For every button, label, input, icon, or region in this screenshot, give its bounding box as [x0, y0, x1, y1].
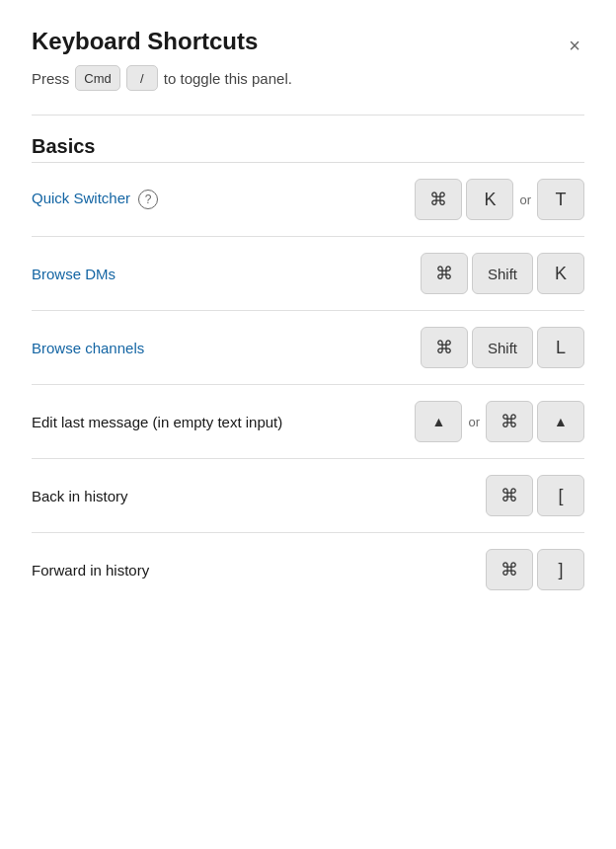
shortcut-label-back-history: Back in history [32, 488, 486, 504]
shortcut-label-browse-dms[interactable]: Browse DMs [32, 266, 421, 282]
up-key-edit-last-1: ▲ [415, 401, 462, 442]
cmd-key-quick-switcher: ⌘ [415, 179, 462, 220]
shortcut-row-forward-history: Forward in history ⌘ ] [32, 533, 584, 606]
section-title-basics: Basics [32, 135, 584, 158]
basics-section: Basics Quick Switcher ? ⌘ K or T Browse … [32, 135, 584, 606]
l-key-browse-channels: L [537, 327, 584, 368]
shortcut-label-edit-last: Edit last message (in empty text input) [32, 414, 415, 430]
shortcut-label-quick-switcher[interactable]: Quick Switcher ? [32, 190, 415, 209]
shift-key-browse-channels: Shift [472, 327, 533, 368]
cmd-key-badge: Cmd [75, 65, 119, 91]
close-button[interactable]: × [565, 32, 584, 59]
t-key-quick-switcher: T [537, 179, 584, 220]
shortcut-row-back-history: Back in history ⌘ [ [32, 459, 584, 533]
k-key-browse-dms: K [537, 253, 584, 294]
toggle-hint: Press Cmd / to toggle this panel. [32, 65, 584, 91]
k-key-quick-switcher: K [466, 179, 513, 220]
shortcut-row-quick-switcher: Quick Switcher ? ⌘ K or T [32, 163, 584, 237]
or-text-quick-switcher: or [517, 193, 533, 207]
shortcut-keys-edit-last: ▲ or ⌘ ▲ [415, 401, 584, 442]
cmd-key-edit-last: ⌘ [486, 401, 533, 442]
slash-key-badge: / [126, 65, 158, 91]
cmd-key-browse-dms: ⌘ [421, 253, 468, 294]
shortcut-keys-quick-switcher: ⌘ K or T [415, 179, 584, 220]
press-label: Press [32, 70, 69, 87]
header-divider [32, 115, 584, 116]
shortcut-row-edit-last: Edit last message (in empty text input) … [32, 385, 584, 459]
panel-header: Keyboard Shortcuts × [32, 28, 584, 59]
shift-key-browse-dms: Shift [472, 253, 533, 294]
bracket-key-forward-history: ] [537, 549, 584, 590]
cmd-key-browse-channels: ⌘ [421, 327, 468, 368]
panel-title: Keyboard Shortcuts [32, 28, 258, 56]
shortcut-label-forward-history: Forward in history [32, 562, 486, 579]
shortcut-label-browse-channels[interactable]: Browse channels [32, 340, 421, 356]
shortcut-keys-browse-channels: ⌘ Shift L [421, 327, 584, 368]
shortcut-keys-forward-history: ⌘ ] [486, 549, 584, 590]
cmd-key-back-history: ⌘ [486, 475, 533, 516]
shortcut-row-browse-dms: Browse DMs ⌘ Shift K [32, 237, 584, 311]
shortcut-keys-back-history: ⌘ [ [486, 475, 584, 516]
toggle-rest-text: to toggle this panel. [164, 70, 292, 87]
bracket-key-back-history: [ [537, 475, 584, 516]
up-key-edit-last-2: ▲ [537, 401, 584, 442]
cmd-key-forward-history: ⌘ [486, 549, 533, 590]
or-text-edit-last: or [466, 415, 482, 429]
shortcut-keys-browse-dms: ⌘ Shift K [421, 253, 584, 294]
shortcut-row-browse-channels: Browse channels ⌘ Shift L [32, 311, 584, 385]
help-icon-quick-switcher[interactable]: ? [138, 190, 158, 209]
keyboard-shortcuts-panel: Keyboard Shortcuts × Press Cmd / to togg… [0, 0, 616, 849]
